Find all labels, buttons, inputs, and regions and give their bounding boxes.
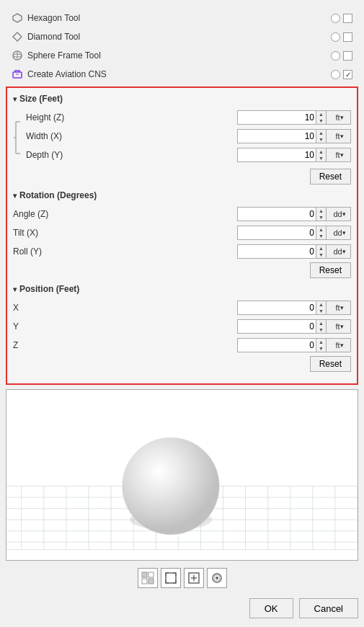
preview-area [6,389,358,561]
pos-x-spinner[interactable]: ▲ ▼ [316,301,327,315]
hexagon-radio[interactable] [331,14,340,23]
width-unit[interactable]: ft ▾ [327,129,351,143]
svg-rect-38 [148,572,154,577]
tool-list: Hexagon Tool Diamond Tool [6,6,358,86]
cancel-button[interactable]: Cancel [299,598,358,618]
size-reset-button[interactable]: Reset [310,169,351,184]
aviation-checkbox-area[interactable] [331,70,352,79]
depth-input[interactable] [237,148,316,162]
sphere-frame-radio[interactable] [331,51,340,61]
roll-spin-up[interactable]: ▲ [316,245,326,252]
position-reset-button[interactable]: Reset [310,356,351,372]
sphere-frame-checkbox[interactable] [343,51,352,61]
pos-y-input-group[interactable]: ▲ ▼ ft ▾ [237,319,351,334]
size-arrow: ▾ [13,95,17,103]
diamond-checkbox-area[interactable] [331,32,352,42]
tool-item-aviation: Create Aviation CNS [6,65,358,84]
roll-input-group[interactable]: ▲ ▼ dd ▾ [237,244,351,259]
pos-z-input[interactable] [237,338,316,352]
tilt-unit[interactable]: dd ▾ [327,226,351,240]
tilt-spin-down[interactable]: ▼ [316,233,326,239]
angle-row: Angle (Z) ▲ ▼ dd ▾ [13,206,351,222]
svg-point-36 [123,437,220,535]
depth-unit[interactable]: ft ▾ [327,148,351,162]
size-reset-row: Reset [13,169,351,184]
svg-rect-5 [13,72,22,78]
tilt-input[interactable] [237,226,316,240]
width-input-group[interactable]: ▲ ▼ ft ▾ [237,129,351,143]
rotation-reset-button[interactable]: Reset [310,262,351,278]
pos-y-input[interactable] [237,319,316,334]
ok-button[interactable]: OK [249,598,293,618]
pos-z-input-group[interactable]: ▲ ▼ ft ▾ [237,338,351,352]
height-unit[interactable]: ft ▾ [327,110,351,125]
pos-z-spinner[interactable]: ▲ ▼ [316,338,327,352]
angle-spin-down[interactable]: ▼ [316,214,326,221]
width-spin-up[interactable]: ▲ [316,130,326,136]
hexagon-checkbox-area[interactable] [331,14,352,23]
tilt-spin-up[interactable]: ▲ [316,226,326,233]
height-input[interactable] [237,110,316,125]
pos-y-spinner[interactable]: ▲ ▼ [316,319,327,334]
pos-x-spin-up[interactable]: ▲ [316,301,326,308]
height-spin-up[interactable]: ▲ [316,111,326,117]
pos-z-spin-up[interactable]: ▲ [316,339,326,345]
roll-spin-down[interactable]: ▼ [316,252,326,258]
fit-icon [164,572,177,584]
pos-z-label: Z [13,340,71,350]
diamond-radio[interactable] [331,32,340,42]
pos-z-unit[interactable]: ft ▾ [327,338,351,352]
height-spinner[interactable]: ▲ ▼ [316,110,327,125]
pos-z-spin-down[interactable]: ▼ [316,345,326,352]
depth-input-group[interactable]: ▲ ▼ ft ▾ [237,148,351,162]
aviation-radio[interactable] [331,70,340,79]
tilt-spinner[interactable]: ▲ ▼ [316,226,327,240]
height-row: Height (Z) ▲ ▼ ft ▾ [26,110,351,125]
roll-label: Roll (Y) [13,246,71,257]
fit-to-window-button[interactable] [161,568,181,588]
main-container: Hexagon Tool Diamond Tool [0,0,364,627]
tool-item-left: Hexagon Tool [12,12,80,24]
depth-spin-up[interactable]: ▲ [316,148,326,155]
pos-y-label: Y [13,321,71,332]
hexagon-checkbox[interactable] [343,14,352,23]
roll-input[interactable] [237,244,316,259]
depth-spinner[interactable]: ▲ ▼ [316,148,327,162]
svg-point-54 [216,577,218,579]
diamond-checkbox[interactable] [343,32,352,42]
angle-unit[interactable]: dd ▾ [327,207,351,221]
expand-button[interactable] [184,568,204,588]
angle-spinner[interactable]: ▲ ▼ [316,207,327,221]
height-spin-down[interactable]: ▼ [316,117,326,124]
expand-icon [187,572,200,584]
grid-pattern-button[interactable] [138,568,158,588]
pos-y-unit[interactable]: ft ▾ [327,319,351,334]
roll-row: Roll (Y) ▲ ▼ dd ▾ [13,244,351,259]
angle-input-group[interactable]: ▲ ▼ dd ▾ [237,207,351,221]
preview-toolbar [6,565,358,591]
position-label: Position (Feet) [19,284,79,294]
pos-y-spin-down[interactable]: ▼ [316,326,326,333]
height-input-group[interactable]: ▲ ▼ ft ▾ [237,110,351,125]
pos-x-spin-down[interactable]: ▼ [316,308,326,314]
angle-spin-up[interactable]: ▲ [316,208,326,214]
roll-unit[interactable]: dd ▾ [327,244,351,259]
pos-x-input[interactable] [237,301,316,315]
sphere-view-button[interactable] [207,568,227,588]
preview-svg [6,390,358,560]
sphere-frame-checkbox-area[interactable] [331,51,352,61]
angle-input[interactable] [237,207,316,221]
tilt-input-group[interactable]: ▲ ▼ dd ▾ [237,226,351,240]
width-spinner[interactable]: ▲ ▼ [316,129,327,143]
pos-y-spin-up[interactable]: ▲ [316,320,326,326]
pos-x-input-group[interactable]: ▲ ▼ ft ▾ [237,301,351,315]
roll-spinner[interactable]: ▲ ▼ [316,244,327,259]
pos-x-row: X ▲ ▼ ft ▾ [13,300,351,316]
tool-item-left: Create Aviation CNS [12,68,107,80]
pos-x-unit[interactable]: ft ▾ [327,301,351,315]
tool-item-hexagon: Hexagon Tool [6,9,358,27]
width-input[interactable] [237,129,316,143]
aviation-checkbox[interactable] [343,70,352,79]
width-spin-down[interactable]: ▼ [316,136,326,143]
depth-spin-down[interactable]: ▼ [316,155,326,161]
